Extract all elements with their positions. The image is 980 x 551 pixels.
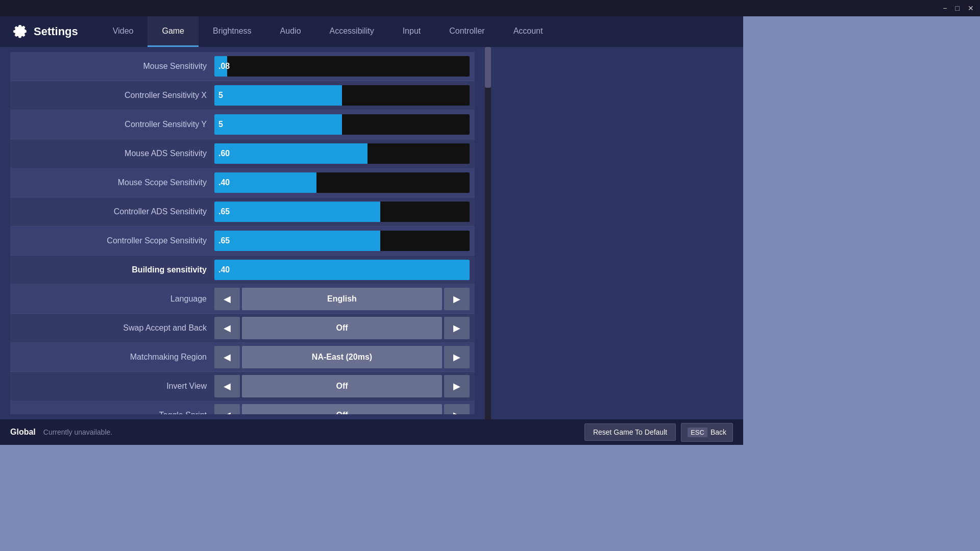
toggle-next-btn-4[interactable]: ▶	[444, 404, 470, 414]
toggle-container-4: ◀Off▶	[214, 404, 470, 414]
slider-track-0[interactable]: .08	[214, 56, 470, 77]
toggle-next-btn-3[interactable]: ▶	[444, 375, 470, 397]
close-button[interactable]: ✕	[966, 4, 976, 12]
slider-row-5: Controller ADS Sensitivity.65	[10, 197, 475, 227]
nav-tab-brightness[interactable]: Brightness	[199, 16, 266, 47]
app-title: Settings	[34, 25, 78, 38]
nav-tab-game[interactable]: Game	[148, 16, 199, 47]
slider-value-6: .65	[218, 236, 230, 245]
slider-row-6: Controller Scope Sensitivity.65	[10, 227, 475, 256]
slider-label-6: Controller Scope Sensitivity	[10, 236, 214, 245]
toggle-prev-btn-2[interactable]: ◀	[214, 346, 240, 368]
slider-value-5: .65	[218, 207, 230, 216]
slider-label-5: Controller ADS Sensitivity	[10, 207, 214, 216]
footer: Global Currently unavailable. Reset Game…	[0, 419, 743, 445]
toggle-row-4: Toggle Sprint◀Off▶	[10, 401, 475, 414]
nav-tab-video[interactable]: Video	[99, 16, 148, 47]
slider-track-2[interactable]: 5	[214, 114, 470, 135]
reset-button[interactable]: Reset Game To Default	[584, 423, 676, 441]
slider-label-7: Building sensitivity	[10, 265, 214, 274]
slider-track-1[interactable]: 5	[214, 85, 470, 106]
slider-value-2: 5	[218, 120, 223, 129]
toggle-row-2: Matchmaking Region◀NA-East (20ms)▶	[10, 343, 475, 372]
toggle-container-3: ◀Off▶	[214, 375, 470, 397]
footer-status: Currently unavailable.	[43, 428, 112, 436]
toggle-label-0: Language	[10, 294, 214, 304]
slider-track-container-7[interactable]: .40	[214, 260, 470, 280]
slider-row-1: Controller Sensitivity X5	[10, 81, 475, 110]
back-button[interactable]: ESC Back	[681, 423, 733, 442]
slider-track-container-1[interactable]: 5	[214, 85, 470, 106]
slider-track-container-0[interactable]: .08	[214, 56, 470, 77]
back-label: Back	[710, 428, 726, 436]
slider-label-2: Controller Sensitivity Y	[10, 120, 214, 129]
settings-scroll[interactable]: Mouse Sensitivity.08Controller Sensitivi…	[10, 52, 475, 414]
toggle-container-2: ◀NA-East (20ms)▶	[214, 346, 470, 368]
nav-tab-account[interactable]: Account	[499, 16, 557, 47]
toggle-value-0: English	[242, 288, 442, 310]
slider-value-1: 5	[218, 91, 223, 100]
toggle-prev-btn-1[interactable]: ◀	[214, 317, 240, 339]
slider-track-7[interactable]: .40	[214, 260, 470, 280]
slider-row-3: Mouse ADS Sensitivity.60	[10, 139, 475, 168]
nav-tab-input[interactable]: Input	[388, 16, 435, 47]
toggle-label-1: Swap Accept and Back	[10, 323, 214, 333]
slider-value-3: .60	[218, 149, 230, 158]
toggle-value-2: NA-East (20ms)	[242, 346, 442, 368]
panel-scrollbar[interactable]	[485, 47, 491, 419]
slider-label-3: Mouse ADS Sensitivity	[10, 149, 214, 158]
footer-left: Global Currently unavailable.	[10, 428, 112, 437]
slider-fill-3	[214, 143, 368, 164]
slider-fill-7	[214, 260, 470, 280]
slider-fill-6	[214, 231, 380, 251]
nav-tab-audio[interactable]: Audio	[266, 16, 315, 47]
slider-fill-2	[214, 114, 342, 135]
toggle-next-btn-2[interactable]: ▶	[444, 346, 470, 368]
slider-track-container-2[interactable]: 5	[214, 114, 470, 135]
esc-badge: ESC	[688, 428, 707, 437]
slider-track-container-5[interactable]: .65	[214, 202, 470, 222]
gear-icon	[10, 22, 29, 41]
content-area: Mouse Sensitivity.08Controller Sensitivi…	[0, 47, 743, 419]
slider-label-4: Mouse Scope Sensitivity	[10, 178, 214, 187]
slider-fill-5	[214, 202, 380, 222]
toggle-next-btn-1[interactable]: ▶	[444, 317, 470, 339]
nav-tabs: VideoGameBrightnessAudioAccessibilityInp…	[99, 16, 557, 47]
slider-fill-1	[214, 85, 342, 106]
slider-value-7: .40	[218, 265, 230, 274]
slider-track-container-6[interactable]: .65	[214, 231, 470, 251]
app-logo: Settings	[10, 22, 78, 41]
settings-window: Settings VideoGameBrightnessAudioAccessi…	[0, 16, 743, 445]
title-bar-controls: − □ ✕	[941, 4, 976, 12]
slider-row-4: Mouse Scope Sensitivity.40	[10, 168, 475, 197]
maximize-button[interactable]: □	[953, 4, 962, 12]
slider-track-container-4[interactable]: .40	[214, 172, 470, 193]
toggle-prev-btn-3[interactable]: ◀	[214, 375, 240, 397]
toggle-prev-btn-4[interactable]: ◀	[214, 404, 240, 414]
toggle-container-1: ◀Off▶	[214, 317, 470, 339]
toggle-value-3: Off	[242, 375, 442, 397]
slider-value-0: .08	[218, 62, 230, 71]
toggle-label-3: Invert View	[10, 382, 214, 391]
footer-right: Reset Game To Default ESC Back	[584, 423, 733, 442]
toggle-value-4: Off	[242, 404, 442, 414]
scrollbar-thumb[interactable]	[485, 47, 491, 88]
toggle-row-3: Invert View◀Off▶	[10, 372, 475, 401]
slider-track-3[interactable]: .60	[214, 143, 470, 164]
slider-row-7: Building sensitivity.40	[10, 256, 475, 285]
slider-track-container-3[interactable]: .60	[214, 143, 470, 164]
toggle-next-btn-0[interactable]: ▶	[444, 288, 470, 310]
nav-tab-accessibility[interactable]: Accessibility	[315, 16, 388, 47]
toggle-label-4: Toggle Sprint	[10, 411, 214, 414]
slider-row-2: Controller Sensitivity Y5	[10, 110, 475, 139]
title-bar: − □ ✕	[0, 0, 980, 16]
settings-panel: Mouse Sensitivity.08Controller Sensitivi…	[10, 52, 475, 414]
slider-track-5[interactable]: .65	[214, 202, 470, 222]
slider-value-4: .40	[218, 178, 230, 187]
toggle-value-1: Off	[242, 317, 442, 339]
slider-track-6[interactable]: .65	[214, 231, 470, 251]
toggle-prev-btn-0[interactable]: ◀	[214, 288, 240, 310]
minimize-button[interactable]: −	[941, 4, 949, 12]
nav-tab-controller[interactable]: Controller	[435, 16, 499, 47]
slider-track-4[interactable]: .40	[214, 172, 470, 193]
